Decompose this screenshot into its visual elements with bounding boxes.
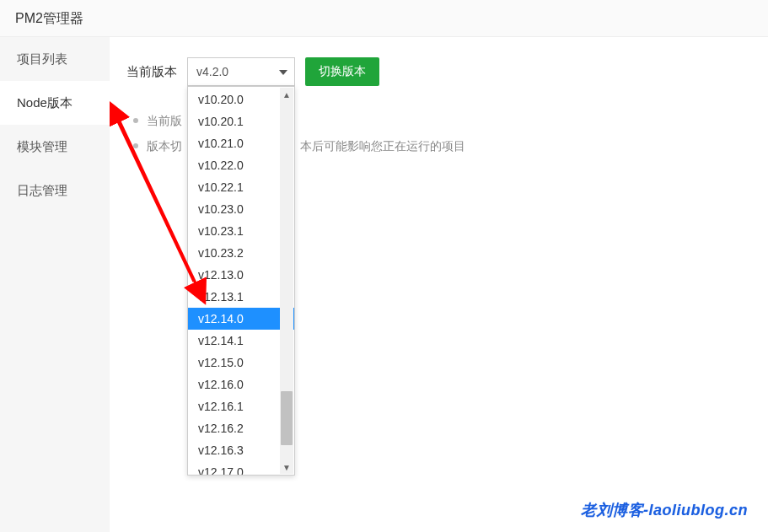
version-option[interactable]: v12.16.0 (188, 373, 294, 395)
watermark-text: 老刘博客-laoliublog.cn (581, 500, 748, 520)
switch-version-button[interactable]: 切换版本 (305, 57, 379, 86)
version-option[interactable]: v12.17.0 (188, 461, 294, 475)
version-option[interactable]: v10.20.1 (188, 110, 294, 132)
bullet-icon (133, 118, 138, 123)
version-option[interactable]: v10.20.0 (188, 89, 294, 110)
version-option[interactable]: v12.16.3 (188, 439, 294, 461)
sidebar-item-label: Node版本 (17, 95, 73, 110)
scrollbar[interactable]: ▲ ▼ (280, 88, 293, 474)
version-option[interactable]: v12.16.1 (188, 395, 294, 417)
sidebar-item-label: 项目列表 (17, 51, 67, 66)
version-option[interactable]: v12.14.1 (188, 330, 294, 352)
sidebar-item-label: 模块管理 (17, 139, 67, 153)
version-select[interactable]: v4.2.0 (187, 57, 295, 86)
sidebar-item-label: 日志管理 (17, 183, 67, 197)
sidebar-item-node-version[interactable]: Node版本 (0, 81, 110, 125)
version-option[interactable]: v10.23.0 (188, 198, 294, 220)
version-option[interactable]: v12.15.0 (188, 352, 294, 373)
sidebar-item-module-manage[interactable]: 模块管理 (0, 125, 110, 169)
version-option[interactable]: v10.22.0 (188, 154, 294, 176)
scroll-thumb[interactable] (281, 391, 293, 445)
current-version-row: 当前版本 v4.2.0 切换版本 (126, 57, 751, 86)
sidebar: 项目列表 Node版本 模块管理 日志管理 (0, 37, 110, 532)
note-text: 版本切 (147, 133, 182, 159)
bullet-icon (133, 143, 138, 148)
window-title: PM2管理器 (0, 0, 768, 37)
version-dropdown-panel: v10.20.0v10.20.1v10.21.0v10.22.0v10.22.1… (187, 86, 295, 476)
version-option[interactable]: v10.21.0 (188, 132, 294, 154)
note-text-tail: 本后可能影响您正在运行的项目 (300, 133, 465, 159)
version-select-value: v4.2.0 (196, 65, 228, 78)
version-option[interactable]: v10.23.1 (188, 220, 294, 242)
current-version-label: 当前版本 (126, 64, 177, 80)
sidebar-item-project-list[interactable]: 项目列表 (0, 37, 110, 81)
version-option[interactable]: v10.22.1 (188, 176, 294, 198)
version-dropdown-list[interactable]: v10.20.0v10.20.1v10.21.0v10.22.0v10.22.1… (188, 87, 294, 475)
version-option[interactable]: v12.13.1 (188, 286, 294, 308)
note-text: 当前版 (147, 108, 182, 133)
scroll-up-arrow-icon[interactable]: ▲ (280, 88, 293, 101)
scroll-down-arrow-icon[interactable]: ▼ (280, 460, 293, 474)
sidebar-item-log-manage[interactable]: 日志管理 (0, 169, 110, 212)
version-option[interactable]: v12.13.0 (188, 264, 294, 286)
version-option[interactable]: v12.14.0 (188, 308, 294, 330)
chevron-down-icon (279, 66, 287, 78)
version-option[interactable]: v10.23.2 (188, 242, 294, 264)
version-option[interactable]: v12.16.2 (188, 417, 294, 439)
scroll-track[interactable] (280, 101, 293, 460)
main-panel: 当前版本 v4.2.0 切换版本 当前版 版本切 本后可能影响您正在运行的项目 (110, 37, 768, 532)
